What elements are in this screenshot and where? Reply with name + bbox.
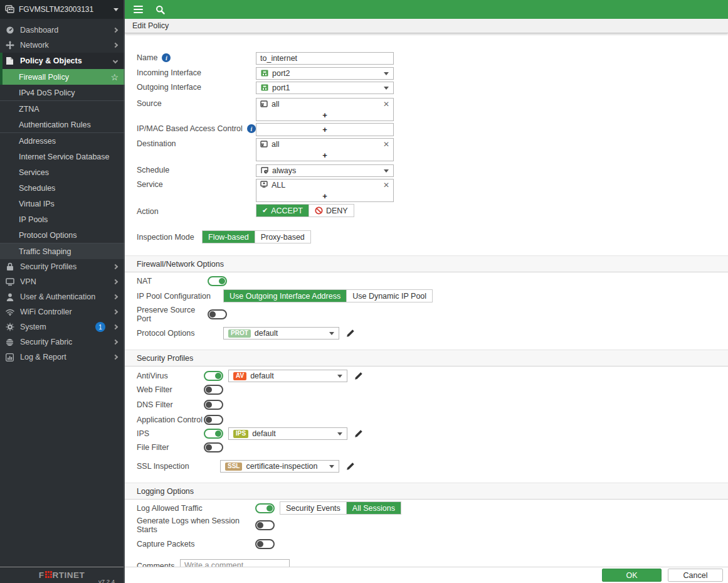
nat-toggle[interactable]: [208, 276, 227, 286]
ok-button[interactable]: OK: [602, 569, 662, 582]
edit-antivirus-icon[interactable]: [354, 372, 363, 380]
remove-service-icon[interactable]: ✕: [383, 181, 389, 190]
search-icon[interactable]: [156, 5, 165, 14]
service-box: ALL ✕ +: [256, 179, 394, 202]
antivirus-label: AntiVirus: [137, 372, 204, 380]
schedule-select[interactable]: always: [256, 164, 394, 177]
ipmac-label: IP/MAC Based Access Control: [137, 124, 243, 133]
sidebar-item-dashboard[interactable]: Dashboard: [0, 23, 125, 38]
source-entry[interactable]: all ✕: [256, 99, 393, 110]
log-allowed-traffic-toggle[interactable]: [255, 503, 275, 513]
add-source-button[interactable]: +: [256, 110, 393, 120]
security-events-button[interactable]: Security Events: [280, 502, 347, 514]
generate-logs-label: Generate Logs when Session Starts: [137, 516, 255, 534]
preserve-source-port-toggle[interactable]: [208, 309, 227, 319]
caret-down-icon: [384, 169, 389, 173]
service-entry[interactable]: ALL ✕: [256, 179, 393, 191]
incoming-interface-select[interactable]: port2: [256, 67, 394, 80]
device-icon: [5, 5, 14, 14]
chevron-down-icon: [113, 58, 118, 63]
sidebar-item-wifi-controller[interactable]: WiFi Controller: [0, 304, 125, 319]
sidebar-item-log-report[interactable]: Log & Report: [0, 350, 125, 365]
use-dynamic-ip-pool-button[interactable]: Use Dynamic IP Pool: [347, 290, 432, 302]
proxy-based-button[interactable]: Proxy-based: [255, 231, 310, 243]
caret-down-icon: [384, 87, 389, 90]
antivirus-select[interactable]: AV default: [228, 370, 347, 382]
capture-packets-toggle[interactable]: [255, 539, 275, 549]
ipmac-box: +: [256, 123, 394, 136]
application-control-toggle[interactable]: [204, 415, 223, 425]
chevron-right-icon: [113, 309, 118, 314]
ssl-inspection-select[interactable]: SSL certificate-inspection: [220, 460, 339, 473]
deny-icon: [315, 206, 323, 215]
antivirus-toggle[interactable]: [204, 371, 223, 381]
policy-icon: [5, 56, 14, 66]
add-ipmac-button[interactable]: +: [256, 124, 393, 136]
sidebar-item-network[interactable]: Network: [0, 38, 125, 53]
sidebar-item-addresses[interactable]: Addresses: [0, 133, 125, 149]
add-destination-button[interactable]: +: [256, 150, 393, 161]
cancel-button[interactable]: Cancel: [668, 569, 723, 582]
sidebar-item-ip-pools[interactable]: IP Pools: [0, 211, 125, 227]
sidebar-item-virtual-ips[interactable]: Virtual IPs: [0, 196, 125, 211]
app-root: FGVMSLTM23003131 Dashboard Network Polic…: [0, 0, 728, 583]
edit-protocol-options-icon[interactable]: [346, 329, 355, 338]
all-sessions-button[interactable]: All Sessions: [347, 502, 401, 514]
sidebar-item-ztna[interactable]: ZTNA: [0, 101, 125, 117]
dns-filter-toggle[interactable]: [204, 400, 223, 410]
generate-logs-toggle[interactable]: [255, 520, 275, 530]
caret-down-icon: [337, 375, 342, 378]
use-outgoing-interface-button[interactable]: Use Outgoing Interface Address: [224, 290, 347, 302]
edit-ips-icon[interactable]: [354, 429, 363, 438]
sidebar-item-system[interactable]: System 1: [0, 319, 125, 334]
remove-source-icon[interactable]: ✕: [383, 100, 389, 109]
dns-filter-label: DNS Filter: [137, 400, 204, 409]
sidebar-item-protocol-options[interactable]: Protocol Options: [0, 227, 125, 243]
device-caret-icon: [113, 8, 119, 11]
sidebar-item-user-authentication[interactable]: User & Authentication: [0, 289, 125, 304]
remove-destination-icon[interactable]: ✕: [383, 140, 389, 149]
sidebar-item-firewall-policy[interactable]: Firewall Policy ☆: [0, 69, 125, 85]
destination-entry[interactable]: all ✕: [256, 139, 393, 150]
sidebar-item-security-profiles[interactable]: Security Profiles: [0, 259, 125, 274]
ips-toggle[interactable]: [204, 429, 223, 439]
deny-button[interactable]: DENY: [309, 205, 354, 217]
edit-ssl-inspection-icon[interactable]: [346, 462, 355, 471]
accept-button[interactable]: ✔ ACCEPT: [256, 205, 309, 217]
sidebar-item-internet-service-database[interactable]: Internet Service Database: [0, 149, 125, 164]
web-filter-toggle[interactable]: [204, 385, 223, 395]
favorite-star-icon[interactable]: ☆: [110, 72, 119, 82]
sidebar-item-authentication-rules[interactable]: Authentication Rules: [0, 117, 125, 132]
dashboard-icon: [5, 26, 14, 35]
sidebar-item-vpn[interactable]: VPN: [0, 274, 125, 289]
outgoing-interface-select[interactable]: port1: [256, 82, 394, 94]
action-segmented-control: ✔ ACCEPT DENY: [256, 204, 354, 217]
sidebar: FGVMSLTM23003131 Dashboard Network Polic…: [0, 0, 125, 583]
sidebar-item-security-fabric[interactable]: Security Fabric: [0, 334, 125, 350]
comments-textarea[interactable]: [180, 559, 290, 567]
flow-based-button[interactable]: Flow-based: [203, 231, 255, 243]
sidebar-item-traffic-shaping[interactable]: Traffic Shaping: [0, 243, 125, 259]
info-icon: i: [247, 124, 256, 133]
outgoing-interface-label: Outgoing Interface: [137, 82, 256, 92]
protocol-options-select[interactable]: PROT default: [223, 327, 339, 340]
chevron-right-icon: [113, 264, 118, 269]
address-object-icon: [260, 139, 268, 150]
source-box: all ✕ +: [256, 98, 394, 121]
device-selector[interactable]: FGVMSLTM23003131: [0, 0, 125, 19]
log-allowed-traffic-label: Log Allowed Traffic: [137, 504, 255, 513]
sidebar-item-schedules[interactable]: Schedules: [0, 180, 125, 196]
add-service-button[interactable]: +: [256, 191, 393, 201]
ips-select[interactable]: IPS default: [228, 427, 347, 440]
file-filter-label: File Filter: [137, 443, 204, 452]
lock-icon: [5, 262, 14, 272]
prot-badge: PROT: [228, 329, 251, 338]
sidebar-item-policy-objects[interactable]: Policy & Objects: [0, 53, 125, 69]
top-navbar: [125, 0, 728, 19]
comments-label: Comments: [137, 559, 180, 567]
sidebar-item-ipv4-dos-policy[interactable]: IPv4 DoS Policy: [0, 85, 125, 100]
file-filter-toggle[interactable]: [204, 442, 223, 452]
menu-icon[interactable]: [134, 6, 143, 13]
sidebar-item-services[interactable]: Services: [0, 164, 125, 180]
policy-name-input[interactable]: [256, 52, 394, 65]
